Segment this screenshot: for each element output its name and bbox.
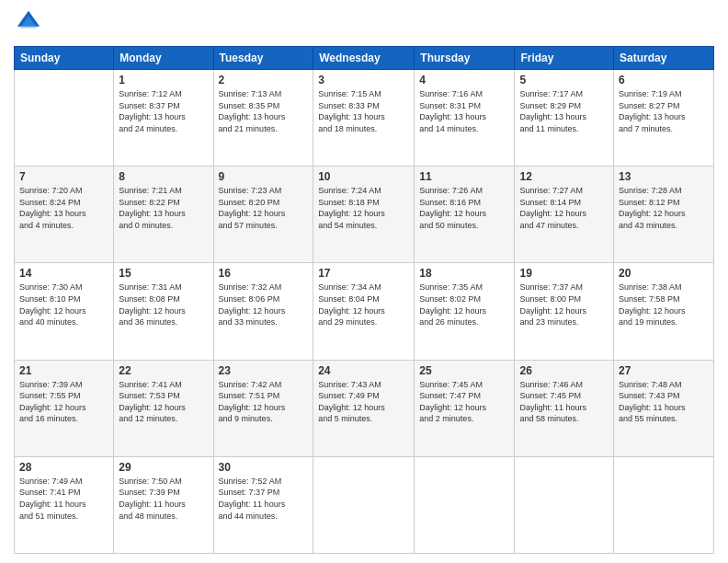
day-number: 26 xyxy=(519,364,609,377)
col-thursday: Thursday xyxy=(415,47,515,70)
day-cell: 6Sunrise: 7:19 AM Sunset: 8:27 PM Daylig… xyxy=(614,70,714,167)
day-cell: 15Sunrise: 7:31 AM Sunset: 8:08 PM Dayli… xyxy=(114,263,213,360)
day-cell: 12Sunrise: 7:27 AM Sunset: 8:14 PM Dayli… xyxy=(515,167,614,263)
day-cell: 8Sunrise: 7:21 AM Sunset: 8:22 PM Daylig… xyxy=(114,167,213,263)
day-number: 1 xyxy=(119,74,208,86)
day-info: Sunrise: 7:12 AM Sunset: 8:37 PM Dayligh… xyxy=(119,88,208,134)
day-info: Sunrise: 7:38 AM Sunset: 7:58 PM Dayligh… xyxy=(619,282,709,327)
day-cell: 10Sunrise: 7:24 AM Sunset: 8:18 PM Dayli… xyxy=(313,167,415,263)
day-cell: 22Sunrise: 7:41 AM Sunset: 7:53 PM Dayli… xyxy=(114,360,213,456)
col-tuesday: Tuesday xyxy=(213,47,313,70)
day-cell: 28Sunrise: 7:49 AM Sunset: 7:41 PM Dayli… xyxy=(15,456,114,553)
day-number: 11 xyxy=(419,170,509,183)
day-cell: 16Sunrise: 7:32 AM Sunset: 8:06 PM Dayli… xyxy=(213,263,313,360)
day-number: 12 xyxy=(519,170,609,183)
day-info: Sunrise: 7:16 AM Sunset: 8:31 PM Dayligh… xyxy=(419,88,509,134)
day-info: Sunrise: 7:23 AM Sunset: 8:20 PM Dayligh… xyxy=(219,185,309,231)
day-cell: 26Sunrise: 7:46 AM Sunset: 7:45 PM Dayli… xyxy=(515,360,614,456)
day-info: Sunrise: 7:17 AM Sunset: 8:29 PM Dayligh… xyxy=(519,88,609,134)
week-row-1: 7Sunrise: 7:20 AM Sunset: 8:24 PM Daylig… xyxy=(15,167,714,263)
day-number: 9 xyxy=(219,170,309,183)
col-monday: Monday xyxy=(114,47,213,70)
day-info: Sunrise: 7:41 AM Sunset: 7:53 PM Dayligh… xyxy=(119,379,208,425)
day-cell xyxy=(415,456,515,553)
day-number: 3 xyxy=(318,74,409,86)
day-cell: 25Sunrise: 7:45 AM Sunset: 7:47 PM Dayli… xyxy=(415,360,515,456)
logo xyxy=(14,9,41,39)
day-number: 6 xyxy=(619,74,709,86)
day-number: 7 xyxy=(19,170,108,183)
day-cell: 18Sunrise: 7:35 AM Sunset: 8:02 PM Dayli… xyxy=(415,263,515,360)
day-cell: 20Sunrise: 7:38 AM Sunset: 7:58 PM Dayli… xyxy=(614,263,714,360)
col-friday: Friday xyxy=(515,47,614,70)
header-row: Sunday Monday Tuesday Wednesday Thursday… xyxy=(15,47,714,70)
col-sunday: Sunday xyxy=(15,47,114,70)
day-info: Sunrise: 7:50 AM Sunset: 7:39 PM Dayligh… xyxy=(119,476,208,522)
day-info: Sunrise: 7:24 AM Sunset: 8:18 PM Dayligh… xyxy=(318,185,409,231)
day-cell: 11Sunrise: 7:26 AM Sunset: 8:16 PM Dayli… xyxy=(415,167,515,263)
day-cell: 30Sunrise: 7:52 AM Sunset: 7:37 PM Dayli… xyxy=(213,456,313,553)
day-number: 16 xyxy=(219,267,309,280)
day-info: Sunrise: 7:37 AM Sunset: 8:00 PM Dayligh… xyxy=(519,282,609,327)
day-info: Sunrise: 7:26 AM Sunset: 8:16 PM Dayligh… xyxy=(419,185,509,231)
day-cell: 23Sunrise: 7:42 AM Sunset: 7:51 PM Dayli… xyxy=(213,360,313,456)
day-number: 2 xyxy=(219,74,309,86)
day-number: 8 xyxy=(119,170,208,183)
day-number: 19 xyxy=(519,267,609,280)
day-cell: 21Sunrise: 7:39 AM Sunset: 7:55 PM Dayli… xyxy=(15,360,114,456)
day-number: 25 xyxy=(419,364,509,377)
day-number: 30 xyxy=(219,461,309,474)
day-info: Sunrise: 7:21 AM Sunset: 8:22 PM Dayligh… xyxy=(119,185,208,231)
day-info: Sunrise: 7:35 AM Sunset: 8:02 PM Dayligh… xyxy=(419,282,509,327)
day-number: 10 xyxy=(318,170,409,183)
day-cell xyxy=(313,456,415,553)
day-number: 14 xyxy=(19,267,108,280)
day-info: Sunrise: 7:46 AM Sunset: 7:45 PM Dayligh… xyxy=(519,379,609,425)
day-number: 15 xyxy=(119,267,208,280)
day-cell: 19Sunrise: 7:37 AM Sunset: 8:00 PM Dayli… xyxy=(515,263,614,360)
day-info: Sunrise: 7:20 AM Sunset: 8:24 PM Dayligh… xyxy=(19,185,108,231)
day-cell xyxy=(515,456,614,553)
day-cell: 17Sunrise: 7:34 AM Sunset: 8:04 PM Dayli… xyxy=(313,263,415,360)
calendar-table: Sunday Monday Tuesday Wednesday Thursday… xyxy=(14,46,714,554)
day-number: 24 xyxy=(318,364,409,377)
day-number: 27 xyxy=(619,364,709,377)
day-cell: 14Sunrise: 7:30 AM Sunset: 8:10 PM Dayli… xyxy=(15,263,114,360)
day-cell: 3Sunrise: 7:15 AM Sunset: 8:33 PM Daylig… xyxy=(313,70,415,167)
day-info: Sunrise: 7:19 AM Sunset: 8:27 PM Dayligh… xyxy=(619,88,709,134)
day-info: Sunrise: 7:28 AM Sunset: 8:12 PM Dayligh… xyxy=(619,185,709,231)
day-number: 18 xyxy=(419,267,509,280)
day-number: 29 xyxy=(119,461,208,474)
day-info: Sunrise: 7:43 AM Sunset: 7:49 PM Dayligh… xyxy=(318,379,409,425)
day-info: Sunrise: 7:45 AM Sunset: 7:47 PM Dayligh… xyxy=(419,379,509,425)
day-number: 22 xyxy=(119,364,208,377)
day-info: Sunrise: 7:31 AM Sunset: 8:08 PM Dayligh… xyxy=(119,282,208,327)
day-cell: 2Sunrise: 7:13 AM Sunset: 8:35 PM Daylig… xyxy=(213,70,313,167)
day-info: Sunrise: 7:48 AM Sunset: 7:43 PM Dayligh… xyxy=(619,379,709,425)
day-info: Sunrise: 7:39 AM Sunset: 7:55 PM Dayligh… xyxy=(19,379,108,425)
day-cell: 24Sunrise: 7:43 AM Sunset: 7:49 PM Dayli… xyxy=(313,360,415,456)
day-number: 28 xyxy=(19,461,108,474)
col-wednesday: Wednesday xyxy=(313,47,415,70)
day-cell xyxy=(15,70,114,167)
day-number: 17 xyxy=(318,267,409,280)
day-info: Sunrise: 7:32 AM Sunset: 8:06 PM Dayligh… xyxy=(219,282,309,327)
day-cell: 29Sunrise: 7:50 AM Sunset: 7:39 PM Dayli… xyxy=(114,456,213,553)
page: Sunday Monday Tuesday Wednesday Thursday… xyxy=(0,0,728,563)
day-cell: 4Sunrise: 7:16 AM Sunset: 8:31 PM Daylig… xyxy=(415,70,515,167)
day-cell: 7Sunrise: 7:20 AM Sunset: 8:24 PM Daylig… xyxy=(15,167,114,263)
day-cell: 9Sunrise: 7:23 AM Sunset: 8:20 PM Daylig… xyxy=(213,167,313,263)
day-info: Sunrise: 7:13 AM Sunset: 8:35 PM Dayligh… xyxy=(219,88,309,134)
header xyxy=(14,9,714,39)
week-row-4: 28Sunrise: 7:49 AM Sunset: 7:41 PM Dayli… xyxy=(15,456,714,553)
day-info: Sunrise: 7:15 AM Sunset: 8:33 PM Dayligh… xyxy=(318,88,409,134)
day-info: Sunrise: 7:42 AM Sunset: 7:51 PM Dayligh… xyxy=(219,379,309,425)
day-cell: 27Sunrise: 7:48 AM Sunset: 7:43 PM Dayli… xyxy=(614,360,714,456)
day-number: 13 xyxy=(619,170,709,183)
col-saturday: Saturday xyxy=(614,47,714,70)
day-cell: 5Sunrise: 7:17 AM Sunset: 8:29 PM Daylig… xyxy=(515,70,614,167)
day-info: Sunrise: 7:34 AM Sunset: 8:04 PM Dayligh… xyxy=(318,282,409,327)
week-row-2: 14Sunrise: 7:30 AM Sunset: 8:10 PM Dayli… xyxy=(15,263,714,360)
day-number: 20 xyxy=(619,267,709,280)
day-info: Sunrise: 7:30 AM Sunset: 8:10 PM Dayligh… xyxy=(19,282,108,327)
